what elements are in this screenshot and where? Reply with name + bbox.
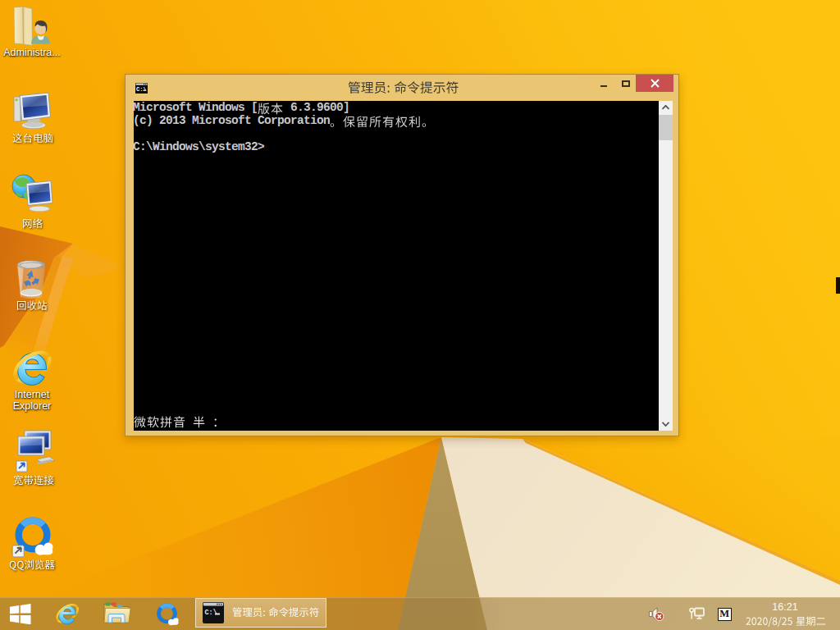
svg-text:C:\: C:\ <box>205 609 217 617</box>
svg-text:C:\: C:\ <box>136 86 147 93</box>
